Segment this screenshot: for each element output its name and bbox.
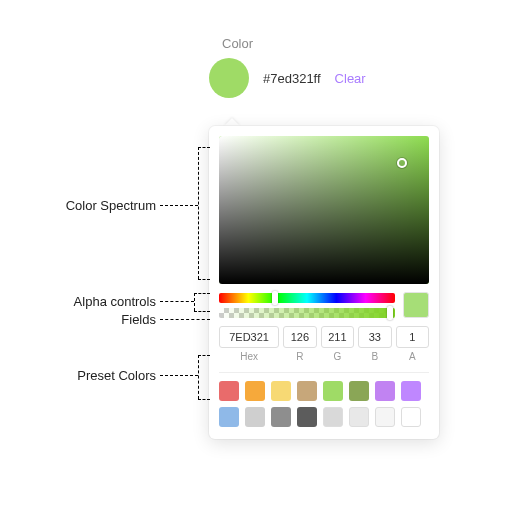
bracket-tick <box>194 293 210 294</box>
bracket-line <box>198 147 199 279</box>
bracket-tick <box>198 279 210 280</box>
preset-swatch[interactable] <box>245 381 265 401</box>
leader-line <box>160 319 210 320</box>
preset-swatch[interactable] <box>323 381 343 401</box>
preset-swatch[interactable] <box>271 407 291 427</box>
spectrum-handle[interactable] <box>397 158 407 168</box>
hex-field[interactable] <box>219 326 279 348</box>
bracket-line <box>194 293 195 311</box>
annotation-alpha: Alpha controls <box>36 294 156 309</box>
popover-caret <box>224 118 240 126</box>
alpha-slider[interactable] <box>219 308 395 318</box>
preset-swatch[interactable] <box>219 381 239 401</box>
preset-swatch[interactable] <box>375 407 395 427</box>
annotation-spectrum: Color Spectrum <box>36 198 156 213</box>
preset-swatch[interactable] <box>245 407 265 427</box>
preset-swatch[interactable] <box>219 407 239 427</box>
color-swatch-circle[interactable] <box>209 58 249 98</box>
hex-label: Hex <box>219 351 279 362</box>
leader-line <box>160 205 198 206</box>
bracket-tick <box>198 147 210 148</box>
g-label: G <box>321 351 354 362</box>
fields-row: Hex R G B A <box>219 326 429 362</box>
clear-button[interactable]: Clear <box>335 71 366 86</box>
bracket-line <box>198 355 199 399</box>
preset-swatch[interactable] <box>401 381 421 401</box>
preset-swatch[interactable] <box>375 381 395 401</box>
r-field[interactable] <box>283 326 316 348</box>
hue-slider-thumb[interactable] <box>272 291 278 305</box>
color-spectrum[interactable] <box>219 136 429 284</box>
preset-swatch[interactable] <box>349 381 369 401</box>
divider <box>219 372 429 373</box>
a-field[interactable] <box>396 326 429 348</box>
bracket-tick <box>194 311 210 312</box>
bracket-tick <box>198 399 210 400</box>
a-label: A <box>396 351 429 362</box>
hex-display: #7ed321ff <box>263 71 321 86</box>
leader-line <box>160 375 198 376</box>
bracket-tick <box>198 355 210 356</box>
color-label: Color <box>222 36 253 51</box>
preset-swatch[interactable] <box>349 407 369 427</box>
preset-colors <box>219 381 429 427</box>
annotation-presets: Preset Colors <box>36 368 156 383</box>
r-label: R <box>283 351 316 362</box>
preset-swatch[interactable] <box>271 381 291 401</box>
alpha-slider-thumb[interactable] <box>387 306 393 320</box>
preset-swatch[interactable] <box>323 407 343 427</box>
g-field[interactable] <box>321 326 354 348</box>
preset-swatch[interactable] <box>401 407 421 427</box>
annotation-fields: Fields <box>36 312 156 327</box>
preset-swatch[interactable] <box>297 381 317 401</box>
hue-slider[interactable] <box>219 293 395 303</box>
leader-line <box>160 301 194 302</box>
b-field[interactable] <box>358 326 391 348</box>
color-picker-panel: Hex R G B A <box>209 126 439 439</box>
b-label: B <box>358 351 391 362</box>
preset-swatch[interactable] <box>297 407 317 427</box>
current-color-swatch <box>403 292 429 318</box>
